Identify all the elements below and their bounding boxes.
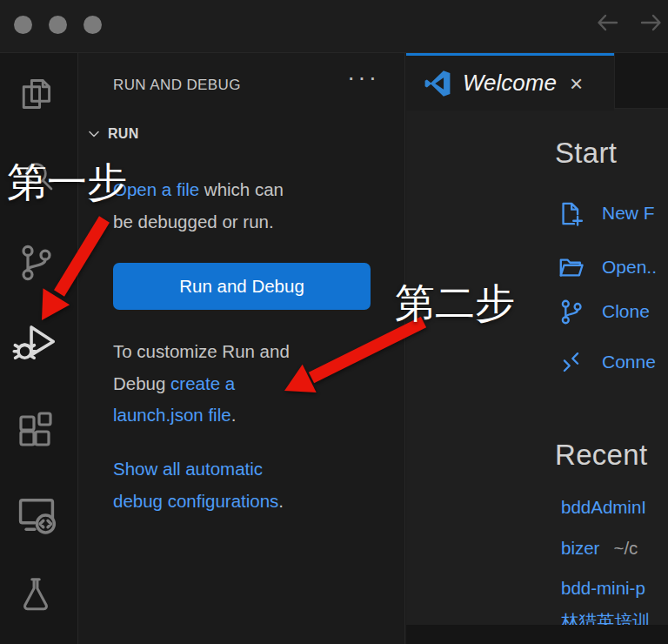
open-file-text-1: which can — [199, 179, 284, 199]
customize-paragraph: To customize Run and Debug create a laun… — [113, 336, 383, 432]
window-zoom-button[interactable] — [84, 16, 102, 34]
show-all-period: . — [278, 491, 284, 511]
start-item-open[interactable]: Open.. — [557, 248, 657, 286]
start-heading: Start — [555, 137, 617, 170]
vscode-window: RUN AND DEBUG ··· RUN Open a file which … — [0, 0, 668, 644]
create-a-link[interactable]: create a — [170, 373, 235, 393]
recent-item-name[interactable]: bddAdminI — [561, 497, 646, 517]
new-file-icon — [557, 199, 585, 228]
customize-period: . — [231, 405, 237, 425]
vscode-logo-icon — [424, 70, 451, 97]
recent-item[interactable]: bddAdminI — [561, 497, 646, 523]
chevron-down-icon — [87, 127, 101, 141]
show-all-link-1[interactable]: Show all automatic — [113, 459, 263, 479]
start-item-label: Conne — [602, 352, 656, 372]
start-item-new-file[interactable]: New F — [557, 194, 655, 232]
more-actions-icon[interactable]: ··· — [347, 65, 379, 90]
close-icon[interactable]: × — [570, 72, 583, 95]
navigate-back-icon[interactable] — [595, 11, 619, 34]
recent-item-name[interactable]: bizer — [561, 538, 599, 558]
start-item-connect[interactable]: Conne — [557, 343, 656, 381]
tab-welcome[interactable]: Welcome × — [406, 53, 614, 111]
recent-item-path: ~/c — [613, 538, 638, 558]
sidebar-title: RUN AND DEBUG — [113, 77, 241, 94]
remote-explorer-icon[interactable] — [14, 493, 59, 538]
tab-bar-empty — [614, 53, 668, 109]
step2-annotation: 第二步 — [395, 283, 515, 323]
title-bar — [0, 0, 668, 53]
customize-text-1: To customize Run and — [113, 341, 290, 361]
run-section-label: RUN — [108, 126, 139, 142]
folder-opened-icon — [557, 253, 585, 282]
run-and-debug-icon[interactable] — [12, 319, 59, 366]
customize-text-2: Debug — [113, 373, 170, 393]
open-file-text-2: be debugged or run. — [113, 211, 274, 231]
source-control-icon[interactable] — [15, 242, 57, 284]
navigate-forward-icon[interactable] — [639, 11, 664, 34]
window-minimize-button[interactable] — [49, 16, 67, 34]
start-item-label: Clone — [602, 301, 650, 322]
editor-bottom-strip — [406, 625, 668, 644]
recent-item[interactable]: bdd-mini-p — [561, 578, 645, 604]
editor-area: Welcome × Start New F Open.. Clone — [406, 53, 668, 644]
show-all-link-2[interactable]: debug configurations — [113, 491, 278, 511]
run-and-debug-sidebar: RUN AND DEBUG ··· RUN Open a file which … — [79, 53, 405, 644]
recent-item-name[interactable]: bdd-mini-p — [561, 578, 645, 598]
beaker-icon[interactable] — [16, 574, 56, 614]
show-all-paragraph: Show all automatic debug configurations. — [113, 453, 383, 517]
source-control-icon — [557, 298, 585, 326]
start-item-label: New F — [602, 203, 655, 224]
start-item-label: Open.. — [602, 257, 657, 278]
files-icon[interactable] — [17, 75, 55, 113]
run-section-header[interactable]: RUN — [87, 126, 139, 142]
start-item-clone[interactable]: Clone — [557, 292, 650, 331]
open-file-paragraph: Open a file which can be debugged or run… — [113, 174, 383, 238]
tab-label: Welcome — [463, 70, 557, 97]
extensions-icon[interactable] — [15, 409, 57, 451]
step1-annotation: 第一步 — [7, 162, 127, 202]
recent-item[interactable]: bizer~/c — [561, 538, 638, 564]
remote-icon — [557, 348, 585, 377]
run-and-debug-button[interactable]: Run and Debug — [113, 263, 371, 310]
recent-heading: Recent — [555, 439, 647, 472]
activity-bar — [0, 53, 78, 644]
window-close-button[interactable] — [14, 16, 32, 34]
launch-json-link[interactable]: launch.json file — [113, 405, 231, 425]
